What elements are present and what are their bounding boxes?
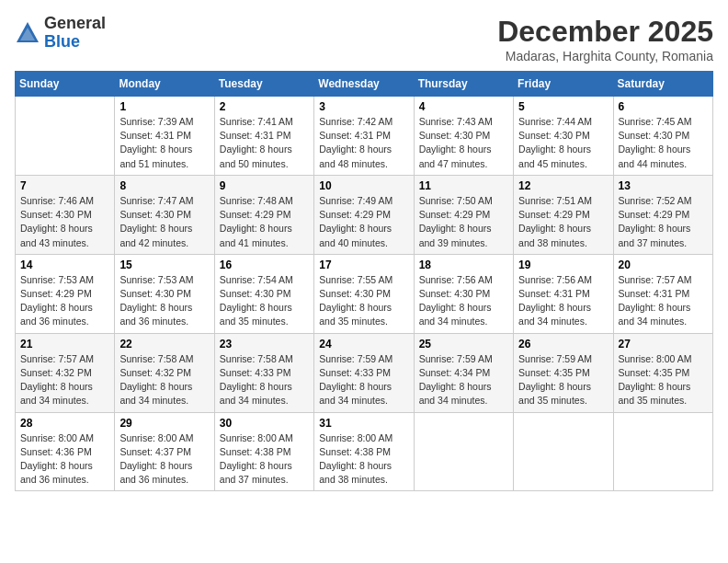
calendar-cell: 21Sunrise: 7:57 AMSunset: 4:32 PMDayligh… [16,333,115,412]
day-info: Sunrise: 7:39 AMSunset: 4:31 PMDaylight:… [119,115,209,171]
day-info: Sunrise: 7:53 AMSunset: 4:29 PMDaylight:… [20,273,109,329]
weekday-header-friday: Friday [514,72,613,97]
calendar-cell: 18Sunrise: 7:56 AMSunset: 4:30 PMDayligh… [414,254,513,333]
day-info: Sunrise: 8:00 AMSunset: 4:37 PMDaylight:… [119,431,209,488]
day-number: 14 [20,259,109,271]
day-number: 13 [619,179,708,192]
calendar-cell: 27Sunrise: 8:00 AMSunset: 4:35 PMDayligh… [613,333,712,412]
day-info: Sunrise: 7:48 AMSunset: 4:29 PMDaylight:… [220,194,309,250]
day-number: 19 [518,259,608,271]
calendar-cell: 1Sunrise: 7:39 AMSunset: 4:31 PMDaylight… [115,97,214,176]
day-info: Sunrise: 7:51 AMSunset: 4:29 PMDaylight:… [518,194,608,250]
day-info: Sunrise: 7:56 AMSunset: 4:30 PMDaylight:… [419,273,508,329]
title-block: December 2025 Madaras, Harghita County, … [497,15,713,63]
day-info: Sunrise: 8:00 AMSunset: 4:35 PMDaylight:… [619,352,708,408]
day-info: Sunrise: 7:58 AMSunset: 4:33 PMDaylight:… [220,352,309,408]
day-number: 31 [319,417,408,430]
day-number: 4 [419,100,508,113]
calendar-cell: 5Sunrise: 7:44 AMSunset: 4:30 PMDaylight… [514,97,613,176]
calendar-cell: 12Sunrise: 7:51 AMSunset: 4:29 PMDayligh… [514,175,613,254]
day-info: Sunrise: 7:52 AMSunset: 4:29 PMDaylight:… [619,194,708,250]
weekday-header-saturday: Saturday [613,72,712,97]
calendar-cell: 10Sunrise: 7:49 AMSunset: 4:29 PMDayligh… [314,175,414,254]
logo-icon [15,20,40,46]
day-info: Sunrise: 7:45 AMSunset: 4:30 PMDaylight:… [619,115,708,171]
day-number: 20 [619,259,708,271]
day-number: 7 [20,179,109,192]
week-row-2: 7Sunrise: 7:46 AMSunset: 4:30 PMDaylight… [16,175,713,254]
day-info: Sunrise: 7:57 AMSunset: 4:31 PMDaylight:… [619,273,708,329]
day-number: 30 [220,417,309,430]
calendar-cell: 2Sunrise: 7:41 AMSunset: 4:31 PMDaylight… [214,97,313,176]
day-number: 24 [319,338,408,350]
day-number: 21 [20,338,109,350]
day-number: 25 [419,338,508,350]
day-number: 29 [119,417,209,430]
day-number: 12 [518,179,608,192]
day-info: Sunrise: 7:46 AMSunset: 4:30 PMDaylight:… [20,194,109,250]
week-row-1: 1Sunrise: 7:39 AMSunset: 4:31 PMDaylight… [16,97,713,176]
day-number: 11 [419,179,508,192]
calendar-cell [16,97,115,176]
calendar-cell: 14Sunrise: 7:53 AMSunset: 4:29 PMDayligh… [16,254,115,333]
day-info: Sunrise: 7:49 AMSunset: 4:29 PMDaylight:… [319,194,408,250]
weekday-header-wednesday: Wednesday [314,72,414,97]
day-number: 1 [119,100,209,113]
day-number: 23 [220,338,309,350]
day-info: Sunrise: 7:41 AMSunset: 4:31 PMDaylight:… [220,115,309,171]
calendar-cell: 26Sunrise: 7:59 AMSunset: 4:35 PMDayligh… [514,333,613,412]
day-number: 10 [319,179,408,192]
calendar-cell: 19Sunrise: 7:56 AMSunset: 4:31 PMDayligh… [514,254,613,333]
day-info: Sunrise: 7:54 AMSunset: 4:30 PMDaylight:… [220,273,309,329]
calendar-cell: 17Sunrise: 7:55 AMSunset: 4:30 PMDayligh… [314,254,414,333]
day-number: 22 [119,338,209,350]
calendar-cell: 16Sunrise: 7:54 AMSunset: 4:30 PMDayligh… [214,254,313,333]
calendar-cell [514,412,613,491]
day-info: Sunrise: 7:59 AMSunset: 4:33 PMDaylight:… [319,352,408,408]
logo-general-text: General [44,14,106,32]
calendar-table: SundayMondayTuesdayWednesdayThursdayFrid… [15,71,713,491]
weekday-header-monday: Monday [115,72,214,97]
day-number: 8 [119,179,209,192]
day-info: Sunrise: 7:42 AMSunset: 4:31 PMDaylight:… [319,115,408,171]
weekday-header-sunday: Sunday [16,72,115,97]
day-number: 5 [518,100,608,113]
day-info: Sunrise: 7:50 AMSunset: 4:29 PMDaylight:… [419,194,508,250]
calendar-cell: 8Sunrise: 7:47 AMSunset: 4:30 PMDaylight… [115,175,214,254]
day-info: Sunrise: 7:56 AMSunset: 4:31 PMDaylight:… [518,273,608,329]
day-number: 3 [319,100,408,113]
logo: General Blue [15,15,106,52]
day-info: Sunrise: 7:43 AMSunset: 4:30 PMDaylight:… [419,115,508,171]
calendar-cell: 29Sunrise: 8:00 AMSunset: 4:37 PMDayligh… [115,412,214,491]
day-info: Sunrise: 7:57 AMSunset: 4:32 PMDaylight:… [20,352,109,408]
calendar-cell: 22Sunrise: 7:58 AMSunset: 4:32 PMDayligh… [115,333,214,412]
calendar-cell: 9Sunrise: 7:48 AMSunset: 4:29 PMDaylight… [214,175,313,254]
location-text: Madaras, Harghita County, Romania [497,49,713,63]
calendar-cell: 20Sunrise: 7:57 AMSunset: 4:31 PMDayligh… [613,254,712,333]
calendar-cell: 6Sunrise: 7:45 AMSunset: 4:30 PMDaylight… [613,97,712,176]
calendar-cell: 15Sunrise: 7:53 AMSunset: 4:30 PMDayligh… [115,254,214,333]
day-info: Sunrise: 8:00 AMSunset: 4:38 PMDaylight:… [220,431,309,488]
weekday-header-row: SundayMondayTuesdayWednesdayThursdayFrid… [16,72,713,97]
calendar-cell: 23Sunrise: 7:58 AMSunset: 4:33 PMDayligh… [214,333,313,412]
day-info: Sunrise: 8:00 AMSunset: 4:36 PMDaylight:… [20,431,109,488]
calendar-cell: 4Sunrise: 7:43 AMSunset: 4:30 PMDaylight… [414,97,513,176]
day-number: 17 [319,259,408,271]
calendar-cell: 24Sunrise: 7:59 AMSunset: 4:33 PMDayligh… [314,333,414,412]
day-info: Sunrise: 7:55 AMSunset: 4:30 PMDaylight:… [319,273,408,329]
day-info: Sunrise: 7:59 AMSunset: 4:34 PMDaylight:… [419,352,508,408]
calendar-cell [414,412,513,491]
day-info: Sunrise: 7:44 AMSunset: 4:30 PMDaylight:… [518,115,608,171]
weekday-header-thursday: Thursday [414,72,513,97]
day-info: Sunrise: 7:53 AMSunset: 4:30 PMDaylight:… [119,273,209,329]
day-number: 18 [419,259,508,271]
week-row-4: 21Sunrise: 7:57 AMSunset: 4:32 PMDayligh… [16,333,713,412]
calendar-cell [613,412,712,491]
calendar-cell: 30Sunrise: 8:00 AMSunset: 4:38 PMDayligh… [214,412,313,491]
calendar-cell: 13Sunrise: 7:52 AMSunset: 4:29 PMDayligh… [613,175,712,254]
day-info: Sunrise: 7:47 AMSunset: 4:30 PMDaylight:… [119,194,209,250]
calendar-cell: 31Sunrise: 8:00 AMSunset: 4:38 PMDayligh… [314,412,414,491]
day-number: 26 [518,338,608,350]
calendar-cell: 28Sunrise: 8:00 AMSunset: 4:36 PMDayligh… [16,412,115,491]
calendar-cell: 7Sunrise: 7:46 AMSunset: 4:30 PMDaylight… [16,175,115,254]
